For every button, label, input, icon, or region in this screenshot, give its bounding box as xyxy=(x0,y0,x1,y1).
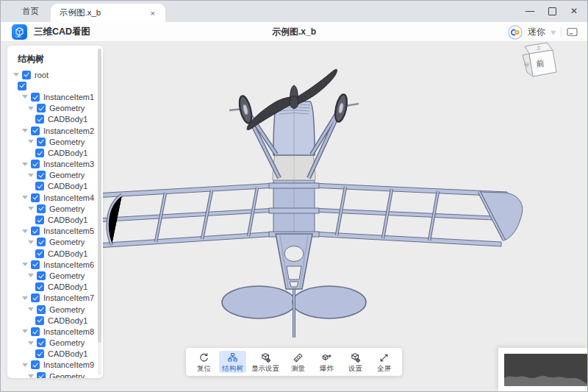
tree-item-CADBody1[interactable]: CADBody1 xyxy=(7,248,103,259)
tray-window-icon[interactable] xyxy=(567,27,578,37)
caret-down-icon[interactable] xyxy=(22,129,28,132)
tree-item-Geometry[interactable]: Geometry xyxy=(7,338,103,349)
tree-item-Geometry[interactable]: Geometry xyxy=(7,170,103,181)
tree-item-CADBody1[interactable]: CADBody1 xyxy=(7,147,103,158)
caret-down-icon[interactable] xyxy=(22,163,28,166)
tree-item-label[interactable]: InstanceItem3 xyxy=(43,160,94,168)
tree-item-unnamed[interactable] xyxy=(7,80,103,91)
tree-item-label[interactable]: InstanceItem8 xyxy=(43,327,94,336)
caret-down-icon[interactable] xyxy=(22,196,28,199)
tree-item-CADBody1[interactable]: CADBody1 xyxy=(7,181,103,192)
checkbox-checked-icon[interactable] xyxy=(31,227,40,235)
tree-item-label[interactable]: InstanceItem6 xyxy=(43,260,94,269)
caret-down-icon[interactable] xyxy=(22,363,28,367)
tree-item-label[interactable]: CADBody1 xyxy=(48,115,87,124)
caret-down-icon[interactable] xyxy=(28,140,34,143)
tree-scrollbar[interactable] xyxy=(98,49,101,375)
tree-item-InstanceItem8[interactable]: InstanceItem8 xyxy=(7,326,103,337)
checkbox-checked-icon[interactable] xyxy=(37,305,46,314)
checkbox-checked-icon[interactable] xyxy=(37,238,46,246)
display-settings-button[interactable]: 显示设置 xyxy=(248,351,283,373)
caret-down-icon[interactable] xyxy=(22,95,28,99)
measure-button[interactable]: 测量 xyxy=(284,351,312,373)
mini-mode-label[interactable]: 迷你 xyxy=(528,26,545,38)
tree-item-InstanceItem1[interactable]: InstanceItem1 xyxy=(7,91,103,102)
favorite-heart-icon[interactable]: ♥ xyxy=(551,28,556,37)
tree-item-label[interactable]: CADBody1 xyxy=(48,316,87,325)
tree-item-label[interactable]: CADBody1 xyxy=(48,149,87,157)
checkbox-checked-icon[interactable] xyxy=(22,71,31,79)
tree-item-label[interactable]: root xyxy=(35,71,49,79)
caret-down-icon[interactable] xyxy=(22,296,28,300)
tree-item-CADBody1[interactable]: CADBody1 xyxy=(7,315,103,326)
tree-item-label[interactable]: CADBody1 xyxy=(48,282,87,291)
tree-item-label[interactable]: CADBody1 xyxy=(48,249,87,258)
tree-item-Geometry[interactable]: Geometry xyxy=(7,103,103,114)
tree-item-label[interactable]: InstanceItem2 xyxy=(43,126,94,135)
settings-button[interactable]: 设置 xyxy=(342,351,369,373)
checkbox-checked-icon[interactable] xyxy=(37,171,46,179)
checkbox-checked-icon[interactable] xyxy=(31,360,40,369)
account-badge-icon[interactable] xyxy=(508,25,523,40)
tab-document[interactable]: 示例图.x_b × xyxy=(51,4,165,22)
tree-item-Geometry[interactable]: Geometry xyxy=(7,270,103,281)
tree-item-InstanceItem7[interactable]: InstanceItem7 xyxy=(7,293,103,304)
corner-overlay-card[interactable] xyxy=(498,348,588,392)
maximize-button[interactable] xyxy=(541,0,563,22)
caret-down-icon[interactable] xyxy=(28,374,34,378)
checkbox-checked-icon[interactable] xyxy=(35,249,44,258)
tree-item-InstanceItem9[interactable]: InstanceItem9 xyxy=(7,360,103,371)
tree-item-label[interactable]: InstanceItem9 xyxy=(43,360,94,369)
caret-down-icon[interactable] xyxy=(28,307,34,311)
caret-down-icon[interactable] xyxy=(22,329,28,333)
checkbox-checked-icon[interactable] xyxy=(35,282,44,291)
checkbox-checked-icon[interactable] xyxy=(37,338,46,347)
tree-item-InstanceItem4[interactable]: InstanceItem4 xyxy=(7,192,103,203)
tree-item-label[interactable]: Geometry xyxy=(49,171,85,179)
tree-item-InstanceItem2[interactable]: InstanceItem2 xyxy=(7,125,103,136)
tree-item-label[interactable]: Geometry xyxy=(49,271,85,280)
checkbox-checked-icon[interactable] xyxy=(37,372,46,378)
tree-item-label[interactable]: CADBody1 xyxy=(48,349,87,358)
tree-item-label[interactable]: Geometry xyxy=(49,138,85,146)
caret-down-icon[interactable] xyxy=(28,174,34,177)
tree-item-root[interactable]: root xyxy=(7,69,103,80)
tree-item-Geometry[interactable]: Geometry xyxy=(7,237,103,248)
checkbox-checked-icon[interactable] xyxy=(35,149,44,157)
tree-item-label[interactable]: Geometry xyxy=(49,372,85,378)
checkbox-checked-icon[interactable] xyxy=(35,316,44,325)
checkbox-checked-icon[interactable] xyxy=(31,327,40,336)
tree-item-label[interactable]: CADBody1 xyxy=(48,182,87,190)
minimize-button[interactable]: — xyxy=(519,0,541,22)
reset-button[interactable]: 复位 xyxy=(190,351,218,373)
tree-item-label[interactable]: Geometry xyxy=(49,204,85,213)
caret-down-icon[interactable] xyxy=(28,107,34,110)
tree-item-label[interactable]: Geometry xyxy=(49,238,85,246)
caret-down-icon[interactable] xyxy=(28,240,34,244)
caret-down-icon[interactable] xyxy=(28,207,34,210)
checkbox-checked-icon[interactable] xyxy=(31,126,40,135)
tree-item-label[interactable]: Geometry xyxy=(49,338,85,347)
tree-item-Geometry[interactable]: Geometry xyxy=(7,304,103,315)
checkbox-checked-icon[interactable] xyxy=(31,293,40,302)
tree-scrollbar-thumb[interactable] xyxy=(98,49,101,343)
checkbox-checked-icon[interactable] xyxy=(37,204,46,213)
caret-down-icon[interactable] xyxy=(13,73,19,76)
tree-item-CADBody1[interactable]: CADBody1 xyxy=(7,214,103,225)
tree-item-Geometry[interactable]: Geometry xyxy=(7,203,103,214)
view-cube[interactable]: 前 左 上 xyxy=(512,39,567,85)
tree-item-InstanceItem5[interactable]: InstanceItem5 xyxy=(7,226,103,237)
tree-item-InstanceItem6[interactable]: InstanceItem6 xyxy=(7,259,103,270)
checkbox-checked-icon[interactable] xyxy=(35,349,44,358)
fullscreen-button[interactable]: 全屏 xyxy=(370,351,398,373)
checkbox-checked-icon[interactable] xyxy=(37,271,46,280)
checkbox-checked-icon[interactable] xyxy=(18,82,26,90)
checkbox-checked-icon[interactable] xyxy=(35,182,44,190)
tree-item-CADBody1[interactable]: CADBody1 xyxy=(7,282,103,293)
tree-item-label[interactable]: InstanceItem5 xyxy=(43,227,94,235)
tree-item-Geometry[interactable]: Geometry xyxy=(7,371,103,378)
tree-item-label[interactable]: Geometry xyxy=(49,305,85,314)
tree-item-CADBody1[interactable]: CADBody1 xyxy=(7,114,103,125)
tree-item-Geometry[interactable]: Geometry xyxy=(7,136,103,147)
explode-button[interactable]: 爆炸 xyxy=(313,351,340,373)
